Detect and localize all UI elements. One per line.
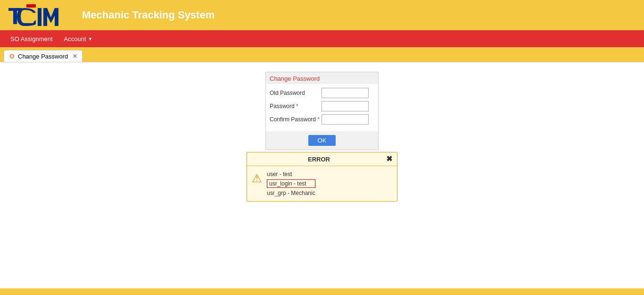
password-label: Password * xyxy=(270,103,322,110)
password-row: Password * xyxy=(270,101,374,111)
tab-change-password[interactable]: ⚙ Change Password ✕ xyxy=(4,50,83,62)
old-password-label: Old Password xyxy=(270,90,322,96)
error-body: ⚠ user - test usr_login - test usr_grp -… xyxy=(247,166,397,201)
confirm-password-input[interactable] xyxy=(322,114,369,125)
nav-so-assignment-label: SO Assignment xyxy=(10,35,53,42)
svg-rect-0 xyxy=(26,4,36,8)
logo-container: Mechanic Tracking System xyxy=(8,3,215,27)
password-input[interactable] xyxy=(322,101,369,111)
change-password-form-container: Change Password Old Password Password * xyxy=(265,72,379,150)
nav-account[interactable]: Account ▼ xyxy=(59,34,98,44)
logo-image xyxy=(8,3,69,27)
nav-so-assignment[interactable]: SO Assignment xyxy=(6,34,58,44)
confirm-password-label: Confirm Password * xyxy=(270,116,322,123)
error-header: ERROR ✖ xyxy=(247,152,397,166)
change-password-panel: Change Password Old Password Password * xyxy=(265,72,379,150)
error-usr-grp-line: usr_grp - Mechanic xyxy=(267,190,315,196)
header: Mechanic Tracking System xyxy=(0,0,644,30)
tab-close-icon[interactable]: ✕ xyxy=(73,53,77,59)
tab-bar: ⚙ Change Password ✕ xyxy=(0,47,644,62)
tab-change-password-label: Change Password xyxy=(18,53,68,60)
error-dialog: ERROR ✖ ⚠ user - test usr_login - test u… xyxy=(247,152,397,202)
tab-settings-icon: ⚙ xyxy=(9,52,15,60)
old-password-input[interactable] xyxy=(322,88,369,98)
old-password-row: Old Password xyxy=(270,88,374,98)
svg-rect-3 xyxy=(38,8,41,26)
warning-icon: ⚠ xyxy=(252,172,262,185)
app-title: Mechanic Tracking System xyxy=(82,9,215,21)
error-title: ERROR xyxy=(252,156,386,163)
form-title: Change Password xyxy=(266,72,378,84)
navbar: SO Assignment Account ▼ xyxy=(0,30,644,47)
ok-button[interactable]: OK xyxy=(308,135,336,146)
svg-marker-4 xyxy=(43,8,58,26)
svg-rect-2 xyxy=(13,8,17,24)
form-footer: OK xyxy=(266,131,378,150)
main-content: Change Password Old Password Password * xyxy=(0,62,644,288)
form-body: Old Password Password * Confirm Password… xyxy=(266,84,378,131)
error-lines: user - test usr_login - test usr_grp - M… xyxy=(267,171,315,196)
nav-account-label: Account xyxy=(64,35,86,42)
confirm-password-row: Confirm Password * xyxy=(270,114,374,125)
error-user-line: user - test xyxy=(267,171,315,177)
error-usr-login-line: usr_login - test xyxy=(267,179,315,188)
account-dropdown-icon: ▼ xyxy=(88,36,93,42)
error-close-button[interactable]: ✖ xyxy=(386,155,392,163)
